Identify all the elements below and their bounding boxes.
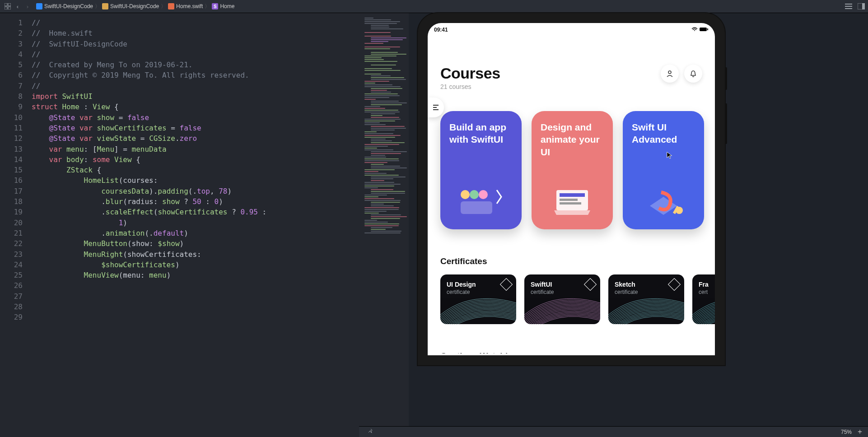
status-bar: 09:41: [428, 23, 715, 33]
svg-rect-8: [862, 3, 865, 9]
course-card-title: Design and animate your UI: [541, 121, 604, 158]
zoom-level[interactable]: 75%: [841, 429, 852, 435]
canvas-status-bar: 75% ＋: [359, 426, 868, 437]
profile-button[interactable]: [661, 65, 679, 83]
toggle-canvas-icon[interactable]: [857, 2, 865, 10]
project-icon: [36, 3, 42, 9]
course-card-title: Swift UI Advanced: [632, 121, 695, 146]
device-frame: 09:41 Courses 21 courses: [418, 13, 725, 365]
svg-point-16: [470, 190, 479, 199]
breadcrumb-item[interactable]: Home.swift: [168, 3, 203, 9]
add-preview-button[interactable]: ＋: [856, 427, 863, 437]
svg-rect-4: [845, 4, 852, 5]
breadcrumb-item[interactable]: SwiftUI-DesignCode: [36, 3, 93, 9]
page-subtitle: 21 courses: [440, 83, 500, 90]
adjust-editor-icon[interactable]: [845, 2, 853, 10]
breadcrumb: SwiftUI-DesignCode 〉 SwiftUI-DesignCode …: [36, 3, 234, 10]
svg-rect-2: [5, 7, 7, 9]
svg-rect-6: [845, 8, 852, 9]
course-card[interactable]: Design and animate your UI: [532, 111, 613, 229]
svg-point-17: [479, 190, 488, 199]
svg-rect-18: [461, 201, 492, 214]
line-number-gutter: 1234567891011121314151617181920212223242…: [0, 13, 27, 437]
device-side-button: [725, 103, 727, 144]
device-side-button: [725, 67, 727, 90]
toolbar: ‹ › SwiftUI-DesignCode 〉 SwiftUI-DesignC…: [0, 0, 868, 13]
certificates-row[interactable]: UI Design certificate SwiftUI certificat…: [440, 274, 702, 324]
bell-button[interactable]: [684, 65, 702, 83]
course-card-illustration: [449, 179, 513, 219]
breadcrumb-item[interactable]: SwiftUI-DesignCode: [102, 3, 159, 9]
certificate-wave-art: [440, 288, 516, 324]
course-card[interactable]: Swift UI Advanced: [623, 111, 704, 229]
wifi-icon: [691, 27, 698, 33]
certificate-wave-art: [692, 288, 715, 324]
course-card-illustration: [541, 179, 604, 219]
minimap[interactable]: [359, 13, 409, 437]
course-card-illustration: [632, 179, 695, 219]
svg-rect-3: [8, 7, 11, 9]
svg-rect-20: [560, 193, 585, 197]
status-time: 09:41: [434, 27, 448, 33]
svg-point-15: [461, 190, 470, 199]
certificate-wave-art: [524, 288, 600, 324]
svg-rect-5: [845, 6, 852, 7]
certificate-card[interactable]: Fra cert: [692, 274, 715, 324]
page-title: Courses: [440, 65, 500, 82]
courses-row[interactable]: Build an app with SwiftUIDesign and anim…: [440, 111, 702, 229]
forward-button[interactable]: ›: [23, 1, 33, 11]
certificate-card[interactable]: SwiftUI certificate: [524, 274, 600, 324]
course-card-title: Build an app with SwiftUI: [449, 121, 513, 146]
svg-point-14: [668, 71, 671, 74]
certificate-title: Fra: [699, 281, 715, 288]
svg-rect-9: [700, 28, 707, 31]
swift-file-icon: [168, 3, 174, 9]
code-content[interactable]: //// Home.swift// SwiftUI-DesignCode////…: [27, 13, 359, 437]
certificates-heading: Certificates: [440, 256, 702, 266]
certificate-card[interactable]: UI Design certificate: [440, 274, 516, 324]
related-items-icon[interactable]: [3, 1, 13, 11]
svg-rect-10: [707, 28, 708, 30]
svg-rect-21: [560, 199, 578, 201]
folder-icon: [102, 3, 108, 9]
pin-preview-icon[interactable]: [368, 428, 373, 435]
svg-rect-22: [560, 202, 581, 205]
back-button[interactable]: ‹: [13, 1, 23, 11]
struct-icon: S: [212, 3, 218, 9]
certificate-card[interactable]: Sketch certificate: [608, 274, 684, 324]
breadcrumb-item[interactable]: SHome: [212, 3, 234, 9]
svg-rect-0: [5, 3, 7, 6]
certificate-wave-art: [608, 288, 684, 324]
course-card[interactable]: Build an app with SwiftUI: [440, 111, 522, 229]
device-screen[interactable]: 09:41 Courses 21 courses: [428, 23, 715, 355]
canvas-preview: 09:41 Courses 21 courses: [409, 13, 868, 437]
svg-rect-1: [8, 3, 11, 6]
code-editor[interactable]: 1234567891011121314151617181920212223242…: [0, 13, 359, 437]
battery-icon: [700, 27, 709, 33]
continue-watching-heading: Continue Watching: [440, 351, 702, 353]
